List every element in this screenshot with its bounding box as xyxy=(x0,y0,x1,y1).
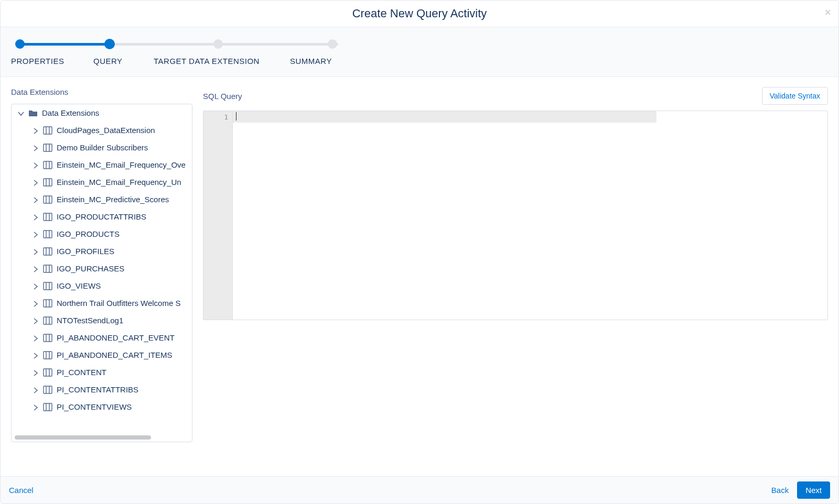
tree-item-label: IGO_PRODUCTS xyxy=(57,229,120,238)
tree-item-label: Einstein_MC_Predictive_Scores xyxy=(57,195,169,204)
tree-item[interactable]: IGO_VIEWS xyxy=(12,277,192,294)
sql-editor[interactable]: 1 xyxy=(203,111,828,320)
chevron-right-icon[interactable] xyxy=(33,387,39,393)
chevron-right-icon[interactable] xyxy=(33,179,39,185)
svg-rect-39 xyxy=(44,352,52,359)
svg-rect-42 xyxy=(44,369,52,376)
tree-item-label: PI_CONTENTVIEWS xyxy=(57,402,132,411)
table-icon xyxy=(43,143,52,152)
chevron-down-icon[interactable] xyxy=(18,110,24,116)
table-icon xyxy=(43,385,52,395)
chevron-right-icon[interactable] xyxy=(33,231,39,237)
validate-syntax-button[interactable]: Validate Syntax xyxy=(762,87,828,105)
tree-item[interactable]: Einstein_MC_Email_Frequency_Un xyxy=(12,173,192,191)
tree-item[interactable]: Einstein_MC_Predictive_Scores xyxy=(12,191,192,208)
back-button[interactable]: Back xyxy=(771,486,789,495)
table-icon xyxy=(43,350,52,360)
tree-item-label: PI_CONTENT xyxy=(57,368,106,377)
svg-rect-18 xyxy=(44,231,52,238)
tree-horizontal-scrollbar[interactable] xyxy=(15,435,189,440)
chevron-right-icon[interactable] xyxy=(33,317,39,324)
tree-item[interactable]: IGO_PRODUCTATTRIBS xyxy=(12,208,192,225)
step-label-query[interactable]: QUERY xyxy=(93,57,123,65)
editor-right-column xyxy=(657,111,827,320)
modal-footer: Cancel Back Next xyxy=(1,476,838,503)
chevron-right-icon[interactable] xyxy=(33,300,39,306)
close-icon[interactable]: × xyxy=(824,6,831,19)
chevron-right-icon[interactable] xyxy=(33,352,39,358)
table-icon xyxy=(43,316,52,325)
step-label-target: TARGET DATA EXTENSION xyxy=(154,57,260,65)
chevron-right-icon[interactable] xyxy=(33,162,39,168)
tree-item[interactable]: Einstein_MC_Email_Frequency_Ove xyxy=(12,156,192,173)
table-icon xyxy=(43,212,52,222)
tree-scroll[interactable]: Data Extensions CloudPages_DataExtension… xyxy=(12,104,192,442)
table-icon xyxy=(43,160,52,170)
steps-track xyxy=(15,40,828,48)
tree-item-label: IGO_VIEWS xyxy=(57,281,101,290)
tree-item[interactable]: IGO_PRODUCTS xyxy=(12,225,192,243)
step-node-summary xyxy=(328,39,337,49)
svg-rect-36 xyxy=(44,334,52,342)
chevron-right-icon[interactable] xyxy=(33,283,39,289)
tree-item[interactable]: PI_CONTENTVIEWS xyxy=(12,398,192,415)
sql-query-heading: SQL Query xyxy=(203,92,242,101)
cancel-button[interactable]: Cancel xyxy=(9,486,34,495)
tree-item[interactable]: CloudPages_DataExtension xyxy=(12,122,192,139)
step-label-properties[interactable]: PROPERTIES xyxy=(11,57,64,65)
next-button[interactable]: Next xyxy=(797,481,830,499)
svg-rect-12 xyxy=(44,196,52,203)
sql-query-pane: SQL Query Validate Syntax 1 xyxy=(203,87,828,476)
chevron-right-icon[interactable] xyxy=(33,404,39,410)
table-icon xyxy=(43,247,52,256)
table-icon xyxy=(43,281,52,291)
scrollbar-thumb[interactable] xyxy=(15,435,151,440)
chevron-right-icon[interactable] xyxy=(33,145,39,151)
step-node-query[interactable] xyxy=(104,39,115,49)
tree-item[interactable]: PI_CONTENT xyxy=(12,364,192,381)
tree-item[interactable]: IGO_PURCHASES xyxy=(12,260,192,277)
tree-item-label: Northern Trail Outfitters Welcome S xyxy=(57,299,180,308)
modal-header: Create New Query Activity × xyxy=(1,1,838,27)
tree-item-label: Einstein_MC_Email_Frequency_Un xyxy=(57,178,181,187)
step-node-target xyxy=(213,39,223,49)
svg-rect-48 xyxy=(44,403,52,411)
svg-rect-30 xyxy=(44,300,52,307)
chevron-right-icon[interactable] xyxy=(33,266,39,272)
editor-gutter: 1 xyxy=(203,111,233,320)
tree-item[interactable]: Northern Trail Outfitters Welcome S xyxy=(12,294,192,312)
table-icon xyxy=(43,178,52,187)
tree-item-label: Demo Builder Subscribers xyxy=(57,143,148,152)
tree-item[interactable]: PI_ABANDONED_CART_EVENT xyxy=(12,329,192,346)
tree-item[interactable]: PI_CONTENTATTRIBS xyxy=(12,381,192,398)
tree-item[interactable]: Demo Builder Subscribers xyxy=(12,139,192,156)
chevron-right-icon[interactable] xyxy=(33,248,39,255)
table-icon xyxy=(43,402,52,412)
data-extensions-pane: Data Extensions Data Extensions CloudPag… xyxy=(11,87,192,476)
tree-item[interactable]: PI_ABANDONED_CART_ITEMS xyxy=(12,346,192,364)
data-extensions-heading: Data Extensions xyxy=(11,87,192,96)
editor-body[interactable] xyxy=(233,111,827,320)
modal-title: Create New Query Activity xyxy=(352,7,487,20)
editor-caret xyxy=(236,112,236,120)
chevron-right-icon[interactable] xyxy=(33,214,39,220)
chevron-right-icon[interactable] xyxy=(33,127,39,134)
chevron-right-icon[interactable] xyxy=(33,196,39,203)
tree-item[interactable]: IGO_PROFILES xyxy=(12,243,192,260)
step-label-summary: SUMMARY xyxy=(290,57,332,65)
tree-item-label: NTOTestSendLog1 xyxy=(57,316,123,325)
tree-item[interactable]: NTOTestSendLog1 xyxy=(12,312,192,329)
chevron-right-icon[interactable] xyxy=(33,369,39,376)
chevron-right-icon[interactable] xyxy=(33,335,39,341)
tree-root-item[interactable]: Data Extensions xyxy=(12,104,192,122)
svg-rect-45 xyxy=(44,386,52,393)
table-icon xyxy=(43,333,52,343)
svg-rect-0 xyxy=(44,127,52,134)
step-node-properties[interactable] xyxy=(15,39,25,49)
svg-rect-21 xyxy=(44,248,52,255)
step-track-segment-pending xyxy=(218,43,331,46)
table-icon xyxy=(43,264,52,273)
content-area: Data Extensions Data Extensions CloudPag… xyxy=(1,77,838,476)
tree-item-label: Einstein_MC_Email_Frequency_Ove xyxy=(57,160,186,169)
steps-labels: PROPERTIES QUERY TARGET DATA EXTENSION S… xyxy=(11,57,828,68)
